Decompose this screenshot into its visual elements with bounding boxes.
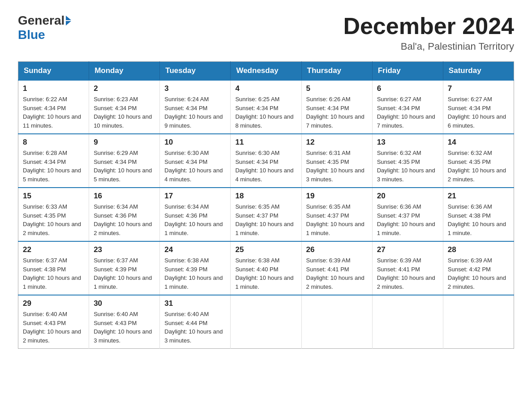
day-info: Sunrise: 6:22 AMSunset: 4:34 PMDaylight:… — [23, 95, 84, 130]
calendar-cell: 14 Sunrise: 6:32 AMSunset: 4:35 PMDaylig… — [443, 134, 514, 188]
calendar-cell: 11 Sunrise: 6:30 AMSunset: 4:34 PMDaylig… — [231, 134, 301, 188]
page-subtitle: Bal'a, Palestinian Territory — [343, 41, 514, 52]
calendar-cell — [372, 295, 443, 349]
calendar-cell — [231, 295, 301, 349]
calendar-table: SundayMondayTuesdayWednesdayThursdayFrid… — [18, 61, 514, 349]
day-info: Sunrise: 6:40 AMSunset: 4:43 PMDaylight:… — [23, 310, 84, 345]
day-info: Sunrise: 6:29 AMSunset: 4:34 PMDaylight:… — [94, 149, 155, 184]
day-number: 21 — [448, 192, 509, 201]
day-info: Sunrise: 6:27 AMSunset: 4:34 PMDaylight:… — [448, 95, 509, 130]
page-title: December 2024 — [343, 13, 514, 39]
day-number: 5 — [306, 84, 368, 93]
calendar-cell: 20 Sunrise: 6:36 AMSunset: 4:37 PMDaylig… — [372, 188, 443, 241]
calendar-cell: 27 Sunrise: 6:39 AMSunset: 4:41 PMDaylig… — [372, 241, 443, 295]
day-info: Sunrise: 6:39 AMSunset: 4:41 PMDaylight:… — [377, 256, 438, 291]
calendar-header-tuesday: Tuesday — [160, 62, 231, 81]
calendar-cell: 9 Sunrise: 6:29 AMSunset: 4:34 PMDayligh… — [89, 134, 160, 188]
day-info: Sunrise: 6:27 AMSunset: 4:34 PMDaylight:… — [377, 95, 438, 130]
day-number: 8 — [23, 138, 84, 147]
calendar-header-monday: Monday — [89, 62, 160, 81]
day-number: 24 — [164, 245, 226, 254]
day-info: Sunrise: 6:32 AMSunset: 4:35 PMDaylight:… — [448, 149, 509, 184]
calendar-week-row: 15 Sunrise: 6:33 AMSunset: 4:35 PMDaylig… — [18, 188, 514, 241]
calendar-cell: 21 Sunrise: 6:36 AMSunset: 4:38 PMDaylig… — [443, 188, 514, 241]
day-info: Sunrise: 6:40 AMSunset: 4:44 PMDaylight:… — [164, 310, 226, 345]
calendar-cell: 28 Sunrise: 6:39 AMSunset: 4:42 PMDaylig… — [443, 241, 514, 295]
day-info: Sunrise: 6:36 AMSunset: 4:38 PMDaylight:… — [448, 202, 509, 237]
calendar-header-saturday: Saturday — [443, 62, 514, 81]
day-number: 18 — [235, 192, 296, 201]
day-info: Sunrise: 6:35 AMSunset: 4:37 PMDaylight:… — [235, 202, 296, 237]
day-info: Sunrise: 6:39 AMSunset: 4:42 PMDaylight:… — [448, 256, 509, 291]
day-info: Sunrise: 6:33 AMSunset: 4:35 PMDaylight:… — [23, 202, 84, 237]
day-number: 19 — [306, 192, 368, 201]
day-number: 31 — [164, 299, 226, 308]
day-number: 2 — [94, 84, 155, 93]
day-info: Sunrise: 6:35 AMSunset: 4:37 PMDaylight:… — [306, 202, 368, 237]
calendar-week-row: 8 Sunrise: 6:28 AMSunset: 4:34 PMDayligh… — [18, 134, 514, 188]
calendar-cell: 18 Sunrise: 6:35 AMSunset: 4:37 PMDaylig… — [231, 188, 301, 241]
calendar-cell: 5 Sunrise: 6:26 AMSunset: 4:34 PMDayligh… — [301, 80, 372, 134]
day-number: 26 — [306, 245, 368, 254]
calendar-cell: 19 Sunrise: 6:35 AMSunset: 4:37 PMDaylig… — [301, 188, 372, 241]
calendar-cell: 23 Sunrise: 6:37 AMSunset: 4:39 PMDaylig… — [89, 241, 160, 295]
calendar-header-friday: Friday — [372, 62, 443, 81]
day-info: Sunrise: 6:38 AMSunset: 4:39 PMDaylight:… — [164, 256, 226, 291]
calendar-cell: 8 Sunrise: 6:28 AMSunset: 4:34 PMDayligh… — [18, 134, 89, 188]
day-number: 3 — [164, 84, 226, 93]
calendar-week-row: 29 Sunrise: 6:40 AMSunset: 4:43 PMDaylig… — [18, 295, 514, 349]
day-info: Sunrise: 6:28 AMSunset: 4:34 PMDaylight:… — [23, 149, 84, 184]
day-info: Sunrise: 6:24 AMSunset: 4:34 PMDaylight:… — [164, 95, 226, 130]
day-number: 6 — [377, 84, 438, 93]
calendar-header-wednesday: Wednesday — [231, 62, 301, 81]
calendar-cell: 17 Sunrise: 6:34 AMSunset: 4:36 PMDaylig… — [160, 188, 231, 241]
calendar-cell: 25 Sunrise: 6:38 AMSunset: 4:40 PMDaylig… — [231, 241, 301, 295]
day-info: Sunrise: 6:26 AMSunset: 4:34 PMDaylight:… — [306, 95, 368, 130]
day-number: 27 — [377, 245, 438, 254]
day-number: 28 — [448, 245, 509, 254]
calendar-cell: 6 Sunrise: 6:27 AMSunset: 4:34 PMDayligh… — [372, 80, 443, 134]
calendar-cell: 10 Sunrise: 6:30 AMSunset: 4:34 PMDaylig… — [160, 134, 231, 188]
calendar-cell — [443, 295, 514, 349]
calendar-cell: 4 Sunrise: 6:25 AMSunset: 4:34 PMDayligh… — [231, 80, 301, 134]
day-info: Sunrise: 6:39 AMSunset: 4:41 PMDaylight:… — [306, 256, 368, 291]
calendar-cell: 22 Sunrise: 6:37 AMSunset: 4:38 PMDaylig… — [18, 241, 89, 295]
calendar-cell: 31 Sunrise: 6:40 AMSunset: 4:44 PMDaylig… — [160, 295, 231, 349]
day-number: 25 — [235, 245, 296, 254]
calendar-cell: 16 Sunrise: 6:34 AMSunset: 4:36 PMDaylig… — [89, 188, 160, 241]
day-number: 7 — [448, 84, 509, 93]
calendar-header-sunday: Sunday — [18, 62, 89, 81]
day-info: Sunrise: 6:25 AMSunset: 4:34 PMDaylight:… — [235, 95, 296, 130]
logo-general-text: General — [18, 13, 64, 28]
calendar-cell: 12 Sunrise: 6:31 AMSunset: 4:35 PMDaylig… — [301, 134, 372, 188]
logo-blue-text: Blue — [18, 28, 45, 42]
day-number: 29 — [23, 299, 84, 308]
title-block: December 2024 Bal'a, Palestinian Territo… — [343, 13, 514, 52]
day-number: 30 — [94, 299, 155, 308]
day-number: 20 — [377, 192, 438, 201]
day-info: Sunrise: 6:34 AMSunset: 4:36 PMDaylight:… — [94, 202, 155, 237]
day-number: 4 — [235, 84, 296, 93]
calendar-week-row: 1 Sunrise: 6:22 AMSunset: 4:34 PMDayligh… — [18, 80, 514, 134]
day-number: 10 — [164, 138, 226, 147]
day-number: 9 — [94, 138, 155, 147]
day-number: 12 — [306, 138, 368, 147]
calendar-header-thursday: Thursday — [301, 62, 372, 81]
day-number: 13 — [377, 138, 438, 147]
day-info: Sunrise: 6:38 AMSunset: 4:40 PMDaylight:… — [235, 256, 296, 291]
day-number: 16 — [94, 192, 155, 201]
day-info: Sunrise: 6:37 AMSunset: 4:38 PMDaylight:… — [23, 256, 84, 291]
calendar-cell: 1 Sunrise: 6:22 AMSunset: 4:34 PMDayligh… — [18, 80, 89, 134]
logo: General Blue — [18, 13, 71, 42]
day-info: Sunrise: 6:32 AMSunset: 4:35 PMDaylight:… — [377, 149, 438, 184]
calendar-cell: 30 Sunrise: 6:40 AMSunset: 4:43 PMDaylig… — [89, 295, 160, 349]
calendar-cell: 2 Sunrise: 6:23 AMSunset: 4:34 PMDayligh… — [89, 80, 160, 134]
day-info: Sunrise: 6:23 AMSunset: 4:34 PMDaylight:… — [94, 95, 155, 130]
day-info: Sunrise: 6:37 AMSunset: 4:39 PMDaylight:… — [94, 256, 155, 291]
day-number: 14 — [448, 138, 509, 147]
day-number: 17 — [164, 192, 226, 201]
calendar-cell: 3 Sunrise: 6:24 AMSunset: 4:34 PMDayligh… — [160, 80, 231, 134]
calendar-cell: 13 Sunrise: 6:32 AMSunset: 4:35 PMDaylig… — [372, 134, 443, 188]
calendar-header-row: SundayMondayTuesdayWednesdayThursdayFrid… — [18, 62, 514, 81]
day-info: Sunrise: 6:40 AMSunset: 4:43 PMDaylight:… — [94, 310, 155, 345]
